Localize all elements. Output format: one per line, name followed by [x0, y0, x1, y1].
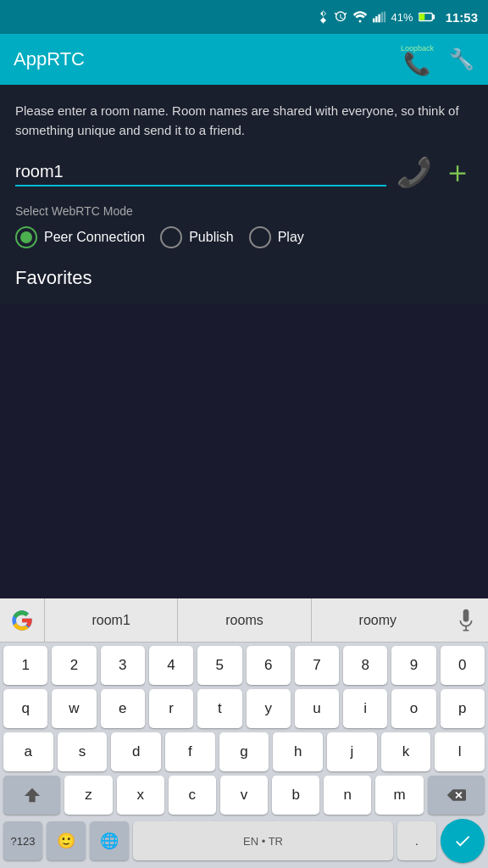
key-w[interactable]: w [52, 689, 96, 728]
key-enter[interactable] [441, 819, 485, 863]
settings-icon[interactable]: 🔧 [449, 47, 474, 71]
key-u[interactable]: u [295, 689, 339, 728]
radio-play[interactable]: Play [249, 226, 304, 248]
svg-rect-6 [419, 14, 424, 19]
radio-peer-connection[interactable]: Peer Connection [15, 226, 145, 248]
key-row-asdf: a s d f g h j k l [3, 732, 485, 771]
key-a[interactable]: a [3, 732, 53, 771]
battery-percent: 41% [391, 11, 413, 24]
key-globe[interactable]: 🌐 [90, 821, 129, 860]
key-3[interactable]: 3 [101, 646, 145, 685]
suggestion-roomy[interactable]: roomy [311, 598, 444, 642]
favorites-title: Favorites [15, 267, 473, 289]
key-row-zxcv: z x c v b n m [3, 776, 485, 815]
radio-circle-play [249, 226, 271, 248]
input-row: 📞 ＋ [15, 155, 473, 189]
key-8[interactable]: 8 [343, 646, 387, 685]
add-room-button[interactable]: ＋ [442, 157, 473, 187]
play-label: Play [278, 230, 304, 245]
key-symbols[interactable]: ?123 [3, 821, 42, 860]
suggestions-bar: room1 rooms roomy [0, 598, 488, 643]
bluetooth-icon [317, 9, 329, 25]
svg-rect-0 [373, 19, 374, 23]
key-b[interactable]: b [272, 776, 319, 815]
alarm-icon [334, 10, 347, 24]
key-shift[interactable] [3, 776, 60, 815]
description-text: Please enter a room name. Room names are… [15, 102, 473, 140]
key-c[interactable]: c [169, 776, 216, 815]
bottom-key-row: ?123 🙂 🌐 EN • TR . [0, 819, 488, 868]
key-f[interactable]: f [165, 732, 215, 771]
radio-circle-peer [15, 226, 37, 248]
key-s[interactable]: s [58, 732, 108, 771]
key-t[interactable]: t [197, 689, 241, 728]
loopback-button[interactable]: Loopback 📞 [401, 45, 434, 75]
peer-connection-label: Peer Connection [44, 230, 145, 245]
battery-icon [419, 12, 435, 22]
svg-rect-3 [380, 12, 382, 22]
key-l[interactable]: l [435, 732, 485, 771]
signal-icon [373, 11, 386, 23]
webrtc-mode-group: Peer Connection Publish Play [15, 226, 473, 248]
key-g[interactable]: g [219, 732, 269, 771]
key-v[interactable]: v [220, 776, 268, 815]
svg-rect-2 [378, 14, 380, 23]
key-5[interactable]: 5 [197, 646, 241, 685]
publish-label: Publish [189, 230, 233, 245]
google-logo [0, 609, 44, 632]
wifi-icon [352, 11, 368, 23]
key-space[interactable]: EN • TR [133, 821, 393, 860]
key-period[interactable]: . [397, 821, 436, 860]
mic-button[interactable] [444, 609, 488, 632]
loopback-phone-icon: 📞 [403, 53, 430, 75]
key-p[interactable]: p [441, 689, 485, 728]
key-h[interactable]: h [273, 732, 323, 771]
mode-label: Select WebRTC Mode [15, 204, 473, 218]
key-y[interactable]: y [247, 689, 291, 728]
key-o[interactable]: o [391, 689, 435, 728]
radio-publish[interactable]: Publish [160, 226, 233, 248]
svg-rect-8 [463, 609, 469, 621]
key-backspace[interactable] [428, 776, 485, 815]
key-row-numbers: 1 2 3 4 5 6 7 8 9 0 [3, 646, 485, 685]
svg-rect-1 [375, 16, 377, 22]
key-emoji[interactable]: 🙂 [47, 821, 86, 860]
app-bar: AppRTC Loopback 📞 🔧 [0, 34, 488, 85]
status-time: 11:53 [446, 10, 478, 25]
key-j[interactable]: j [327, 732, 377, 771]
key-row-qwerty: q w e r t y u i o p [3, 689, 485, 728]
key-k[interactable]: k [381, 732, 431, 771]
key-z[interactable]: z [64, 776, 112, 815]
key-2[interactable]: 2 [52, 646, 96, 685]
key-rows: 1 2 3 4 5 6 7 8 9 0 q w e r t y u i o p … [0, 643, 488, 815]
suggestion-rooms[interactable]: rooms [177, 598, 310, 642]
suggestion-room1[interactable]: room1 [44, 598, 177, 642]
keyboard: room1 rooms roomy 1 2 3 4 5 6 7 8 9 0 [0, 598, 488, 868]
app-title: AppRTC [14, 48, 85, 70]
call-icon[interactable]: 📞 [396, 155, 432, 189]
key-r[interactable]: r [149, 689, 193, 728]
main-content: Please enter a room name. Room names are… [0, 85, 488, 304]
key-n[interactable]: n [324, 776, 371, 815]
key-i[interactable]: i [343, 689, 387, 728]
svg-rect-4 [383, 12, 385, 23]
key-1[interactable]: 1 [3, 646, 47, 685]
key-6[interactable]: 6 [247, 646, 291, 685]
status-icons: 41% 11:53 [317, 9, 478, 25]
key-x[interactable]: x [117, 776, 164, 815]
svg-rect-7 [432, 14, 435, 19]
key-0[interactable]: 0 [441, 646, 485, 685]
key-e[interactable]: e [101, 689, 145, 728]
key-9[interactable]: 9 [391, 646, 435, 685]
app-bar-actions: Loopback 📞 🔧 [401, 45, 474, 75]
radio-circle-publish [160, 226, 182, 248]
room-input[interactable] [15, 159, 386, 186]
radio-dot-peer [20, 231, 32, 243]
key-4[interactable]: 4 [149, 646, 193, 685]
key-7[interactable]: 7 [295, 646, 339, 685]
key-q[interactable]: q [3, 689, 47, 728]
key-d[interactable]: d [111, 732, 161, 771]
status-bar: 41% 11:53 [0, 0, 488, 34]
key-m[interactable]: m [375, 776, 423, 815]
